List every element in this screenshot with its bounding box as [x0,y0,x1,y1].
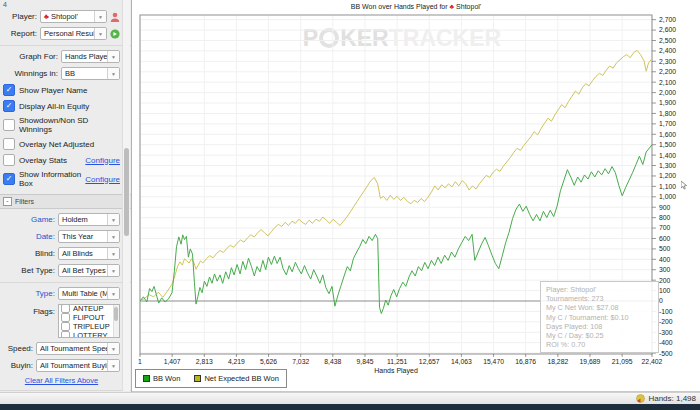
scrollbar-thumb[interactable] [114,307,118,321]
toggle-label: Overlay Stats [19,156,67,165]
flag-item[interactable]: TRIPLEUP [61,322,112,331]
clear-all-filters-link[interactable]: Clear All Filters Above [25,376,98,385]
checkbox[interactable]: ✓ [3,138,15,150]
chevron-down-icon: ▼ [107,360,119,371]
report-select[interactable]: Personal Results ▼ [40,27,107,40]
speed-value: All Tournament Speeds [40,344,117,353]
svg-text:2,300: 2,300 [659,58,676,65]
poker-tracker-window: 4 Player: ♣ Shtopol' ▼ Report: Personal … [0,0,700,410]
chevron-down-icon: ▼ [107,231,119,242]
configure-link[interactable]: Configure [85,175,120,184]
svg-text:900: 900 [659,204,671,211]
graph-for-select[interactable]: Hands Played ▼ [61,50,120,63]
filters-section-header[interactable]: - Filters [0,194,131,209]
svg-text:500: 500 [659,245,671,252]
buyin-select[interactable]: All Tournament Buyins ▼ [36,359,120,372]
flags-scrollbar[interactable] [113,305,119,337]
divider [0,282,131,283]
winnings-in-select[interactable]: BB ▼ [61,67,120,80]
game-select[interactable]: Holdem ▼ [58,213,120,226]
player-select[interactable]: ♣ Shtopol' ▼ [40,10,107,23]
info-line: ROI %: 0.70 [546,340,653,349]
toggle-label: Showdown/Non SD Winnings [19,116,120,134]
chevron-down-icon: ▼ [107,288,119,299]
speed-filter-row: Speed: All Tournament Speeds ▼ [3,342,120,355]
svg-text:18,282: 18,282 [547,358,568,365]
svg-text:1,200: 1,200 [659,172,676,179]
type-select[interactable]: Multi Table (MTT) ▼ [58,287,120,300]
club-suit-icon: ♣ [450,3,455,10]
flag-item[interactable]: ANTEUP [61,304,112,313]
checkbox[interactable] [61,331,70,338]
svg-text:14,063: 14,063 [451,358,472,365]
checkbox[interactable]: ✓ [3,100,15,112]
blind-filter-row: Blind: All Blinds ▼ [3,247,120,260]
clear-filters-row: Clear All Filters Above [3,376,120,385]
toggle-overlay-stats[interactable]: ✓ Overlay Stats Configure [3,154,120,166]
speed-select[interactable]: All Tournament Speeds ▼ [36,342,120,355]
info-line: Player: Shtopol' [546,285,653,294]
sidebar: 4 Player: ♣ Shtopol' ▼ Report: Personal … [0,0,132,392]
bet-type-select[interactable]: All Bet Types ▼ [58,264,120,277]
svg-text:1,700: 1,700 [659,120,676,127]
blind-value: All Blinds [62,249,93,258]
svg-text:19,689: 19,689 [580,358,601,365]
toggle-label: Overlay Net Adjusted [19,140,94,149]
filters-header-label: Filters [15,198,34,205]
hands-pie-icon [636,394,645,403]
checkbox[interactable] [61,313,70,322]
date-filter-row: Date: This Year ▼ [3,230,120,243]
sidebar-scrollbar[interactable] [122,0,130,391]
blind-select[interactable]: All Blinds ▼ [58,247,120,260]
scrollbar-thumb[interactable] [124,148,129,236]
checkbox[interactable] [61,322,70,331]
svg-text:7,032: 7,032 [292,358,309,365]
checkbox[interactable]: ✓ [3,173,15,185]
svg-text:-300: -300 [659,329,673,336]
divider [0,45,131,46]
svg-text:2,000: 2,000 [659,89,676,96]
report-row: Report: Personal Results ▼ [3,27,120,40]
flag-item[interactable]: LOTTERY [61,331,112,338]
chart-legend: BB Won Net Expected BB Won [135,369,287,388]
chevron-down-icon: ▼ [94,28,106,39]
flag-item[interactable]: FLIPOUT [61,313,112,322]
chevron-down-icon: ▼ [94,11,106,22]
date-label: Date: [3,232,58,241]
info-line: Days Played: 108 [546,322,653,331]
toggle-show-player-name[interactable]: ✓ Show Player Name [3,84,120,96]
collapse-icon[interactable]: - [3,197,12,206]
configure-link[interactable]: Configure [85,156,120,165]
graph-for-value: Hands Played [65,52,112,61]
toggle-label: Show Player Name [19,86,87,95]
svg-text:-200: -200 [659,318,673,325]
svg-text:400: 400 [659,256,671,263]
toggle-showdown-winnings[interactable]: ✓ Showdown/Non SD Winnings [3,116,120,134]
svg-text:1,100: 1,100 [659,183,676,190]
report-refresh-icon[interactable] [110,29,120,39]
svg-text:1,500: 1,500 [659,141,676,148]
checkbox[interactable] [61,304,70,313]
checkbox[interactable]: ✓ [3,119,15,131]
player-label: Player: [3,12,40,21]
svg-text:1,400: 1,400 [659,152,676,159]
svg-text:1,900: 1,900 [659,99,676,106]
pane-number: 4 [3,1,7,8]
checkbox[interactable]: ✓ [3,154,15,166]
chevron-down-icon: ▼ [107,343,119,354]
svg-text:21,095: 21,095 [612,358,633,365]
toggle-overlay-net-adjusted[interactable]: ✓ Overlay Net Adjusted [3,138,120,150]
svg-text:2,100: 2,100 [659,79,676,86]
toggle-show-information-box[interactable]: ✓ Show Information Box Configure [3,170,120,188]
date-select[interactable]: This Year ▼ [58,230,120,243]
checkbox[interactable]: ✓ [3,84,15,96]
svg-text:9,845: 9,845 [356,358,373,365]
flags-listbox[interactable]: ANTEUP FLIPOUT TRIPLEUP LOTTERY [58,304,120,338]
chevron-down-icon: ▼ [107,248,119,259]
info-line: My C / Tournament: $0.10 [546,313,653,322]
toggle-display-allin-equity[interactable]: ✓ Display All-in Equity [3,100,120,112]
svg-text:-400: -400 [659,339,673,346]
player-person-icon[interactable] [110,12,120,22]
chart-title: BB Won over Hands Played for ♣ Shtopol' [132,3,700,10]
toggle-label: Display All-in Equity [19,102,89,111]
